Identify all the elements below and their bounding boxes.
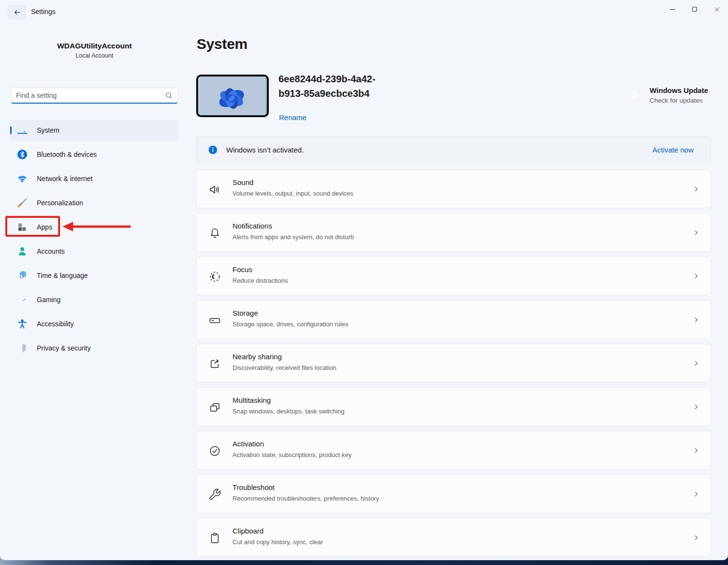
card-title: Focus [232, 265, 252, 274]
time-language-icon [16, 270, 28, 281]
minimize-icon [670, 9, 675, 10]
search-icon [165, 92, 173, 100]
windows-update-block[interactable]: Windows Update Check for updates [627, 86, 708, 104]
sidebar-nav: System Bluetooth & devices Network & int… [10, 120, 178, 362]
settings-card-nearby-sharing[interactable]: Nearby sharing Discoverability, received… [196, 344, 711, 382]
card-subtitle: Reduce distractions [232, 277, 288, 284]
card-subtitle: Volume levels, output, input, sound devi… [232, 190, 353, 197]
personalization-icon [16, 197, 28, 209]
activation-icon [208, 444, 221, 458]
chevron-right-icon [693, 403, 700, 411]
settings-card-troubleshoot[interactable]: Troubleshoot Recommended troubleshooters… [196, 474, 711, 513]
focus-icon [208, 270, 221, 283]
titlebar: Settings [0, 0, 728, 23]
sidebar-item-label: Accounts [37, 247, 65, 255]
system-icon [16, 124, 28, 136]
sidebar-item-accessibility[interactable]: Accessibility [10, 314, 178, 334]
card-subtitle: Recommended troubleshooters, preferences… [232, 495, 379, 502]
settings-card-multitasking[interactable]: Multitasking Snap windows, desktops, tas… [196, 387, 711, 426]
settings-card-list: Sound Volume levels, output, input, soun… [196, 169, 711, 560]
card-title: Sound [232, 178, 253, 186]
card-partial [196, 559, 711, 560]
windows-update-subtitle: Check for updates [650, 97, 708, 104]
sidebar-item-network-internet[interactable]: Network & internet [10, 168, 178, 189]
minimize-button[interactable] [661, 0, 683, 18]
sidebar-item-apps[interactable]: Apps [10, 217, 178, 237]
sound-icon [208, 183, 221, 196]
bloom-wallpaper-image [198, 76, 267, 115]
back-button[interactable] [8, 5, 26, 19]
maximize-icon [692, 7, 697, 12]
settings-card-notifications[interactable]: Notifications Alerts from apps and syste… [196, 213, 711, 252]
windows-update-icon [627, 88, 642, 103]
card-subtitle: Activation state, subscriptions, product… [232, 451, 352, 458]
sidebar-item-personalization[interactable]: Personalization [10, 193, 178, 213]
info-icon [208, 145, 217, 154]
maximize-button[interactable] [683, 0, 706, 18]
chevron-right-icon [693, 447, 700, 454]
bluetooth-icon [16, 149, 28, 160]
settings-card-sound[interactable]: Sound Volume levels, output, input, soun… [196, 169, 711, 208]
card-subtitle: Discoverability, received files location [232, 364, 336, 371]
sidebar-item-label: Privacy & security [37, 344, 91, 352]
settings-card-clipboard[interactable]: Clipboard Cut and copy history, sync, cl… [196, 518, 711, 557]
card-title: Notifications [232, 222, 272, 230]
chevron-right-icon [693, 273, 700, 280]
sidebar-item-label: System [37, 126, 60, 134]
desktop: { "titlebar": { "title": "Settings", "ba… [0, 0, 728, 565]
card-subtitle: Alerts from apps and system, do not dist… [232, 233, 354, 241]
chevron-right-icon [693, 490, 700, 498]
settings-window: Settings WDAGUtilityAccount Local Accoun… [0, 0, 728, 560]
network-icon [16, 173, 28, 184]
sidebar-item-label: Accessibility [37, 320, 74, 328]
sidebar-item-privacy-security[interactable]: Privacy & security [10, 338, 178, 358]
activation-banner: Windows isn’t activated. Activate now [196, 136, 711, 163]
activation-message: Windows isn’t activated. [226, 146, 652, 154]
settings-card-activation[interactable]: Activation Activation state, subscriptio… [196, 431, 711, 470]
rename-link[interactable]: Rename [279, 113, 307, 122]
activate-now-link[interactable]: Activate now [652, 146, 694, 154]
notifications-icon [208, 227, 221, 240]
search-input[interactable] [16, 92, 165, 99]
chevron-right-icon [693, 185, 700, 193]
chevron-right-icon [693, 316, 700, 323]
sidebar-item-label: Personalization [37, 199, 83, 207]
sidebar-item-label: Bluetooth & devices [37, 151, 97, 158]
settings-card-storage[interactable]: Storage Storage space, drives, configura… [196, 300, 711, 339]
gaming-icon [16, 294, 28, 305]
device-thumbnail [196, 75, 269, 117]
storage-icon [208, 314, 221, 327]
sidebar-item-label: Network & internet [37, 175, 93, 183]
window-controls [661, 0, 728, 18]
device-name: 6ee8244d-239b-4a42-b913-85a9ecbce3b4 [279, 72, 397, 101]
app-title: Settings [31, 8, 56, 15]
card-title: Storage [232, 309, 258, 317]
nearby-sharing-icon [208, 357, 221, 370]
close-button[interactable] [706, 0, 728, 18]
sidebar-item-bluetooth-devices[interactable]: Bluetooth & devices [10, 144, 178, 165]
accounts-icon [16, 245, 28, 257]
sidebar-item-accounts[interactable]: Accounts [10, 241, 178, 261]
sidebar-item-gaming[interactable]: Gaming [10, 290, 178, 310]
sidebar: WDAGUtilityAccount Local Account System … [0, 23, 189, 560]
card-title: Multitasking [232, 396, 271, 404]
accessibility-icon [16, 318, 28, 330]
account-block[interactable]: WDAGUtilityAccount Local Account [0, 42, 189, 59]
search-box [11, 88, 178, 104]
windows-update-title: Windows Update [650, 86, 708, 94]
apps-icon [16, 221, 28, 233]
card-title: Activation [232, 440, 264, 448]
multitasking-icon [208, 401, 221, 414]
settings-card-focus[interactable]: Focus Reduce distractions [196, 257, 711, 295]
clipboard-icon [208, 532, 221, 545]
card-title: Nearby sharing [232, 352, 282, 361]
card-title: Troubleshoot [232, 483, 275, 491]
card-subtitle: Storage space, drives, configuration rul… [232, 321, 348, 328]
account-name: WDAGUtilityAccount [0, 42, 189, 50]
card-subtitle: Cut and copy history, sync, clear [232, 538, 323, 546]
troubleshoot-icon [208, 488, 221, 501]
privacy-icon [16, 342, 28, 354]
page-title: System [197, 36, 248, 52]
sidebar-item-time-language[interactable]: Time & language [10, 265, 178, 286]
sidebar-item-system[interactable]: System [10, 120, 178, 140]
